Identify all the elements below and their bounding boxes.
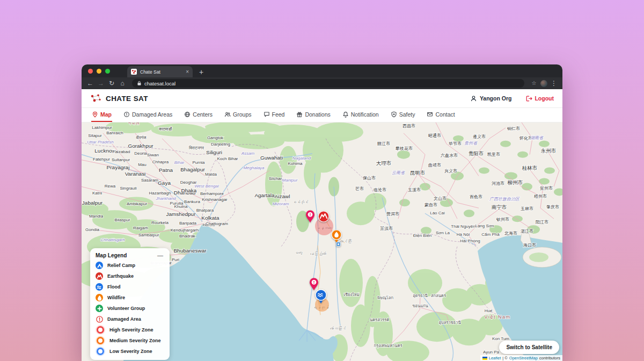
bell-icon [342, 111, 349, 118]
close-window-button[interactable] [88, 69, 93, 74]
fire-icon [96, 294, 103, 301]
map-label: Aizawl [275, 193, 290, 199]
map-label: 昭通市 [428, 133, 441, 138]
flood-pin-marker[interactable] [315, 289, 327, 304]
legend-item-label: Medium Severity Zone [109, 338, 161, 343]
legend-item-label: Wildfire [107, 295, 125, 300]
globe-icon [184, 111, 191, 118]
map-label: พิษณุโลก [377, 295, 393, 300]
nav-tab-notification[interactable]: Notification [342, 108, 379, 122]
profile-avatar[interactable] [540, 80, 547, 87]
nav-tab-donations[interactable]: Donations [296, 108, 331, 122]
map-label: 桂林市 [522, 165, 538, 171]
reload-icon[interactable]: ↻ [107, 80, 116, 86]
earthquake-marker[interactable] [318, 211, 330, 222]
legend-item-label: Flood [107, 284, 121, 290]
map-label: Agartala [254, 192, 275, 198]
map-attribution: Leaflet | © OpenStreetMap contributors [480, 355, 562, 361]
map-label: Bankura [184, 199, 200, 204]
lock-icon [137, 81, 142, 86]
map-label: 普洱市 [386, 212, 399, 216]
nav-tab-damaged-areas[interactable]: Damaged Areas [123, 108, 173, 122]
map-label: 景洪市 [380, 226, 393, 231]
map-label: Malda [205, 172, 217, 177]
map-label: 钦州市 [496, 217, 509, 222]
minimize-window-button[interactable] [97, 69, 101, 74]
nav-tab-label: Safety [399, 111, 415, 118]
plus-icon [96, 305, 103, 312]
map-label: Gangtok [207, 135, 223, 140]
map-label: 六盘水市 [441, 153, 458, 158]
logout-button[interactable]: Logout [525, 95, 554, 102]
map-label: 贵州省 [464, 141, 478, 146]
logout-label: Logout [535, 95, 554, 102]
address-bar[interactable]: chatesat.local [132, 79, 524, 88]
damaged-pin-marker[interactable] [305, 210, 315, 223]
map-label: Singrauli [120, 186, 136, 191]
legend-item-label: Volunteer Group [107, 306, 145, 311]
map-label: อุบลราชธานี [438, 320, 460, 325]
bookmark-star-icon[interactable]: ☆ [530, 81, 538, 86]
map-label: 肇庆市 [546, 205, 559, 210]
map-label: West Bengal [194, 184, 218, 189]
new-tab-button[interactable]: + [199, 68, 203, 76]
map-label: 攀枝花市 [395, 146, 413, 151]
map-label: Mizoram [273, 201, 289, 206]
menu-dots-icon[interactable]: ⋮ [550, 80, 558, 86]
window-controls [82, 64, 115, 77]
map-label: Bhagalpur [180, 167, 205, 172]
map-label: Huế [485, 308, 493, 313]
map-label: Gorakhpur [128, 143, 153, 149]
attribution-sep: | © [502, 356, 508, 360]
person-icon [470, 95, 477, 102]
map-label: Chhapra [152, 160, 169, 164]
map-label: Jharkhand [155, 196, 176, 201]
nav-tab-groups[interactable]: Groups [224, 108, 252, 122]
legend-item-label: Damaged Area [107, 316, 141, 322]
maximize-window-button[interactable] [105, 69, 110, 74]
map-label: Bilaspur [115, 218, 130, 222]
map-label: 湛江市 [521, 229, 533, 234]
map-label: Sasaram [141, 178, 158, 183]
map-label: 遵义市 [473, 134, 486, 139]
map-label: 临沧市 [374, 187, 386, 192]
logout-icon [525, 95, 532, 102]
severity-ring-icon [97, 326, 104, 334]
tab-close-icon[interactable]: × [186, 69, 189, 75]
nav-tab-safety[interactable]: Safety [390, 108, 416, 122]
nav-tab-centers[interactable]: Centers [184, 108, 213, 122]
nav-tab-label: Donations [305, 111, 330, 118]
map-area: LakhimpurBahraichSitapurLucknowFaizabadG… [82, 122, 562, 361]
forward-icon[interactable]: → [97, 80, 105, 86]
nav-tab-feed[interactable]: Feed [263, 108, 286, 122]
map-label: 兴义市 [444, 169, 457, 174]
logo-icon [90, 93, 102, 103]
map-label: Darjeeling [211, 142, 230, 147]
map-label: Dhaka [181, 187, 197, 193]
nav-tab-contact[interactable]: Contact [426, 108, 455, 122]
browser-window: Chate Sat × + ← → ↻ ⌂ chatesat.local ☆ ⋮ [82, 64, 562, 361]
back-icon[interactable]: ← [86, 80, 94, 86]
map-legend-panel: Map Legend — Relief CampEarthquakeFloodW… [90, 248, 170, 360]
mini-camp-marker[interactable] [336, 242, 341, 247]
home-icon[interactable]: ⌂ [118, 80, 127, 86]
switch-to-satellite-button[interactable]: Switch to Satellite [499, 341, 559, 354]
map-label: 贵阳市 [469, 150, 484, 156]
legend-collapse-button[interactable]: — [156, 252, 164, 258]
map-label: काठमाडौं [158, 126, 172, 132]
org-menu[interactable]: Yangon Org [470, 95, 512, 102]
map-label: นครสวรรค์ [370, 317, 389, 322]
map-label: Manipur [282, 178, 298, 183]
browser-tab[interactable]: Chate Sat × [127, 66, 193, 77]
leaflet-link[interactable]: Leaflet [489, 356, 501, 360]
map-label: Gondia [85, 227, 99, 232]
map-label: Ayun Pa [483, 350, 500, 355]
severity-ring-icon [97, 348, 104, 355]
legend-item-damaged-area: Damaged Area [96, 315, 164, 323]
osm-link[interactable]: OpenStreetMap [509, 356, 538, 360]
map-label: Rewa [105, 184, 116, 189]
chat-icon [264, 111, 270, 118]
nav-tab-map[interactable]: Map [91, 108, 112, 122]
tab-title: Chate Sat [140, 69, 182, 75]
nav-tab-label: Groups [233, 111, 251, 118]
